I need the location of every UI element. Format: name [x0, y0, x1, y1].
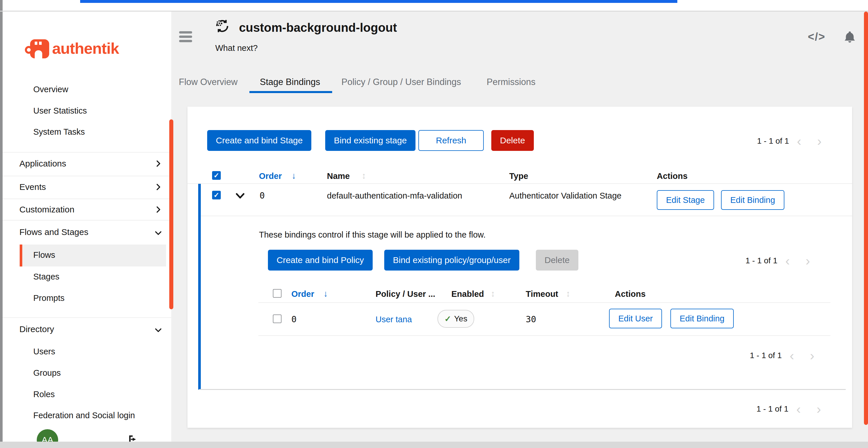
sidebar-item-flows-and-stages[interactable]: Flows and Stages	[20, 227, 88, 237]
enabled-status-label: Yes	[454, 314, 467, 323]
pagination-label: 1 - 1 of 1	[745, 256, 777, 265]
pagination-card-bottom: 1 - 1 of 1 ‹ ›	[756, 402, 829, 416]
chevron-down-icon[interactable]	[154, 229, 162, 237]
window-left-edge	[0, 0, 3, 448]
sort-descending-icon[interactable]: ↓	[292, 171, 296, 181]
hamburger-menu-button[interactable]	[179, 31, 192, 43]
refresh-button[interactable]: Refresh	[418, 130, 484, 151]
sidebar-item-customization[interactable]: Customization	[20, 205, 74, 214]
sidebar-item-events[interactable]: Events	[20, 182, 46, 192]
nested-row-policy-user-link[interactable]: User tana	[376, 315, 412, 324]
pagination-next-icon[interactable]: ›	[798, 254, 818, 267]
brand-key-notch	[35, 50, 42, 58]
row-type: Authenticator Validation Stage	[509, 191, 621, 201]
sidebar-item-federation-social-login[interactable]: Federation and Social login	[33, 411, 135, 420]
brand-logo[interactable]: authentik	[25, 38, 158, 61]
select-all-checkbox[interactable]: ✓	[212, 171, 221, 180]
column-header-order[interactable]: Order	[259, 171, 282, 181]
page-subtitle: What next?	[215, 43, 258, 53]
bind-existing-stage-button[interactable]: Bind existing stage	[325, 130, 415, 151]
expanded-row-accent	[198, 184, 201, 390]
pagination-prev-icon[interactable]: ‹	[789, 134, 809, 148]
chevron-down-icon[interactable]	[154, 326, 162, 334]
delete-button[interactable]: Delete	[491, 130, 534, 151]
column-header-actions: Actions	[657, 171, 687, 181]
sidebar-item-roles[interactable]: Roles	[33, 390, 55, 399]
sidebar-item-flows[interactable]: Flows	[33, 250, 55, 260]
enabled-status-badge: ✓ Yes	[437, 310, 474, 328]
pagination-label: 1 - 1 of 1	[756, 404, 788, 414]
sidebar: authentik Overview User Statistics Syste…	[3, 11, 171, 442]
row-name: default-authentication-mfa-validation	[327, 191, 462, 201]
tab-flow-overview[interactable]: Flow Overview	[179, 77, 238, 87]
expansion-bottom-border	[199, 389, 846, 390]
row-expand-chevron-icon[interactable]	[236, 193, 245, 199]
tab-policy-group-user-bindings[interactable]: Policy / Group / User Bindings	[341, 77, 461, 87]
sidebar-item-users[interactable]: Users	[33, 347, 55, 356]
pagination-label: 1 - 1 of 1	[750, 351, 782, 360]
sidebar-item-stages[interactable]: Stages	[33, 272, 59, 281]
sidebar-scrollbar-thumb[interactable]	[169, 119, 173, 309]
chevron-right-icon[interactable]	[154, 206, 162, 214]
sort-icon[interactable]: ↕	[566, 289, 570, 299]
nested-column-header-timeout[interactable]: Timeout	[526, 289, 558, 299]
api-code-icon[interactable]: </>	[808, 31, 826, 43]
create-and-bind-policy-button[interactable]: Create and bind Policy	[268, 250, 373, 271]
column-header-type: Type	[509, 171, 528, 181]
chevron-right-icon[interactable]	[154, 183, 162, 191]
edit-binding-button[interactable]: Edit Binding	[671, 309, 734, 328]
pagination-prev-icon[interactable]: ‹	[782, 349, 802, 362]
edit-user-button[interactable]: Edit User	[609, 309, 662, 328]
nested-select-all-checkbox[interactable]	[273, 289, 281, 298]
pagination-nested-bottom: 1 - 1 of 1 ‹ ›	[750, 349, 822, 362]
pagination-next-icon[interactable]: ›	[809, 402, 829, 416]
sidebar-item-user-statistics[interactable]: User Statistics	[33, 106, 87, 115]
table-header-border	[187, 183, 852, 184]
pagination-prev-icon[interactable]: ‹	[788, 402, 809, 416]
hamburger-bar	[179, 40, 192, 42]
sort-icon[interactable]: ↕	[491, 289, 495, 299]
sidebar-item-system-tasks[interactable]: System Tasks	[33, 127, 85, 137]
delete-policy-button-disabled[interactable]: Delete	[536, 250, 578, 271]
hamburger-bar	[179, 36, 192, 38]
brand-key-ring	[25, 46, 33, 54]
edit-binding-button[interactable]: Edit Binding	[721, 190, 784, 210]
nested-row-select-checkbox[interactable]	[273, 314, 281, 323]
sidebar-item-directory[interactable]: Directory	[20, 324, 54, 334]
sidebar-item-applications[interactable]: Applications	[20, 159, 66, 169]
row-select-checkbox[interactable]: ✓	[212, 191, 221, 200]
check-icon: ✓	[214, 171, 219, 179]
sort-icon[interactable]: ↕	[362, 171, 366, 181]
pagination-prev-icon[interactable]: ‹	[777, 254, 798, 267]
page-title: custom-background-logout	[239, 21, 397, 35]
column-header-name[interactable]: Name	[327, 171, 350, 181]
nested-column-header-enabled[interactable]: Enabled	[452, 289, 484, 299]
sidebar-item-prompts[interactable]: Prompts	[33, 294, 64, 303]
nested-column-header-policy-user[interactable]: Policy / User ...	[376, 289, 435, 299]
sidebar-divider	[3, 220, 171, 220]
nested-column-header-actions: Actions	[615, 289, 646, 299]
sort-descending-icon[interactable]: ↓	[323, 289, 328, 299]
flow-process-icon	[215, 19, 230, 34]
pagination-label: 1 - 1 of 1	[757, 136, 789, 146]
tab-permissions[interactable]: Permissions	[487, 77, 535, 87]
tab-stage-bindings[interactable]: Stage Bindings	[260, 77, 320, 87]
nested-column-header-order[interactable]: Order	[291, 289, 314, 299]
nested-header-border	[258, 302, 830, 303]
nested-row-order: 0	[291, 314, 297, 324]
notification-bell-icon[interactable]	[843, 30, 857, 44]
chevron-right-icon[interactable]	[154, 160, 162, 168]
brand-key-tooth2	[39, 42, 42, 45]
bind-existing-policy-button[interactable]: Bind existing policy/group/user	[384, 250, 519, 271]
pagination-next-icon[interactable]: ›	[802, 349, 822, 362]
check-icon: ✓	[214, 191, 219, 199]
edit-stage-button[interactable]: Edit Stage	[657, 190, 714, 210]
sidebar-divider	[3, 199, 171, 199]
page-scrollbar-thumb[interactable]	[864, 11, 868, 425]
loading-progress-bar	[80, 0, 677, 3]
create-and-bind-stage-button[interactable]: Create and bind Stage	[207, 130, 311, 151]
sidebar-item-groups[interactable]: Groups	[33, 368, 61, 378]
pagination-next-icon[interactable]: ›	[809, 134, 830, 148]
sidebar-item-overview[interactable]: Overview	[33, 85, 68, 94]
row-border	[201, 216, 852, 216]
